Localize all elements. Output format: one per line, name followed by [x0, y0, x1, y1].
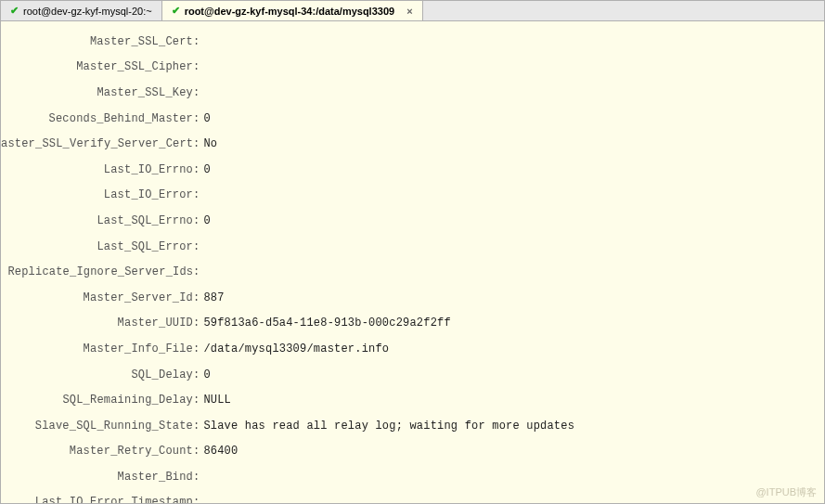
status-value: 86400	[200, 446, 238, 459]
status-row: Last_IO_Error:	[1, 189, 824, 202]
status-label: Last_SQL_Error	[1, 241, 193, 254]
status-value	[200, 61, 203, 74]
status-label: Master_Server_Id	[1, 292, 193, 305]
status-row: Master_Server_Id:887	[1, 292, 824, 305]
status-row: Seconds_Behind_Master:0	[1, 113, 824, 126]
checkmark-icon: ✔	[172, 5, 180, 17]
tab-inactive[interactable]: ✔ root@dev-gz-kyf-mysql-20:~	[1, 1, 162, 20]
status-value: NULL	[200, 394, 231, 407]
tab-active[interactable]: ✔ root@dev-gz-kyf-mysql-34:/data/mysql33…	[162, 1, 423, 20]
status-value	[200, 87, 203, 100]
status-row: Master_SSL_Cert:	[1, 36, 824, 49]
status-label: SQL_Delay	[1, 369, 193, 382]
status-row: Replicate_Ignore_Server_Ids:	[1, 266, 824, 279]
status-row: SQL_Delay:0	[1, 369, 824, 382]
status-label: Master_SSL_Key	[1, 87, 193, 100]
close-icon[interactable]: ×	[406, 6, 412, 17]
status-value: No	[200, 138, 217, 151]
status-value	[200, 266, 203, 279]
status-row: Master_Retry_Count:86400	[1, 446, 824, 459]
status-value: 0	[200, 113, 210, 126]
watermark: @ITPUB博客	[755, 485, 817, 499]
status-value	[200, 189, 203, 202]
status-value	[200, 36, 203, 49]
status-label: Slave_SQL_Running_State	[1, 420, 193, 433]
status-label: Master_SSL_Cert	[1, 36, 193, 49]
tab-label: root@dev-gz-kyf-mysql-20:~	[23, 6, 152, 17]
status-row: Slave_SQL_Running_State:Slave has read a…	[1, 420, 824, 433]
status-value	[200, 497, 203, 504]
status-row: Master_Bind:	[1, 472, 824, 485]
status-row: Last_IO_Error_Timestamp:	[1, 497, 824, 504]
status-label: Last_SQL_Errno	[1, 215, 193, 228]
status-label: Last_IO_Error_Timestamp	[1, 497, 193, 504]
status-label: Last_IO_Error	[1, 189, 193, 202]
status-label: Master_Info_File	[1, 343, 193, 356]
status-label: Seconds_Behind_Master	[1, 113, 193, 126]
tab-bar: ✔ root@dev-gz-kyf-mysql-20:~ ✔ root@dev-…	[1, 1, 824, 21]
status-label: aster_SSL_Verify_Server_Cert	[1, 138, 193, 151]
status-row: SQL_Remaining_Delay:NULL	[1, 394, 824, 407]
status-value: 0	[200, 164, 210, 177]
status-row: Last_SQL_Errno:0	[1, 215, 824, 228]
status-value: 59f813a6-d5a4-11e8-913b-000c29a2f2ff	[200, 317, 450, 330]
status-row: Last_IO_Errno:0	[1, 164, 824, 177]
status-label: Master_Bind	[1, 472, 193, 485]
status-value	[200, 472, 203, 485]
tab-label: root@dev-gz-kyf-mysql-34:/data/mysql3309	[185, 6, 395, 17]
status-value: 887	[200, 292, 224, 305]
status-value	[200, 241, 203, 254]
status-label: Master_UUID	[1, 317, 193, 330]
status-label: Master_Retry_Count	[1, 446, 193, 459]
status-row: Master_SSL_Key:	[1, 87, 824, 100]
status-label: Master_SSL_Cipher	[1, 61, 193, 74]
status-label: Replicate_Ignore_Server_Ids	[1, 266, 193, 279]
status-row: Last_SQL_Error:	[1, 241, 824, 254]
status-row: aster_SSL_Verify_Server_Cert:No	[1, 138, 824, 151]
status-row: Master_SSL_Cipher:	[1, 61, 824, 74]
status-value: 0	[200, 369, 210, 382]
status-row: Master_Info_File:/data/mysql3309/master.…	[1, 343, 824, 356]
status-value: /data/mysql3309/master.info	[200, 343, 389, 356]
status-value: 0	[200, 215, 210, 228]
status-value: Slave has read all relay log; waiting fo…	[200, 420, 574, 433]
checkmark-icon: ✔	[10, 5, 19, 17]
terminal-output[interactable]: Master_SSL_Cert: Master_SSL_Cipher: Mast…	[1, 21, 824, 504]
status-row: Master_UUID:59f813a6-d5a4-11e8-913b-000c…	[1, 317, 824, 330]
status-label: Last_IO_Errno	[1, 164, 193, 177]
status-label: SQL_Remaining_Delay	[1, 394, 193, 407]
